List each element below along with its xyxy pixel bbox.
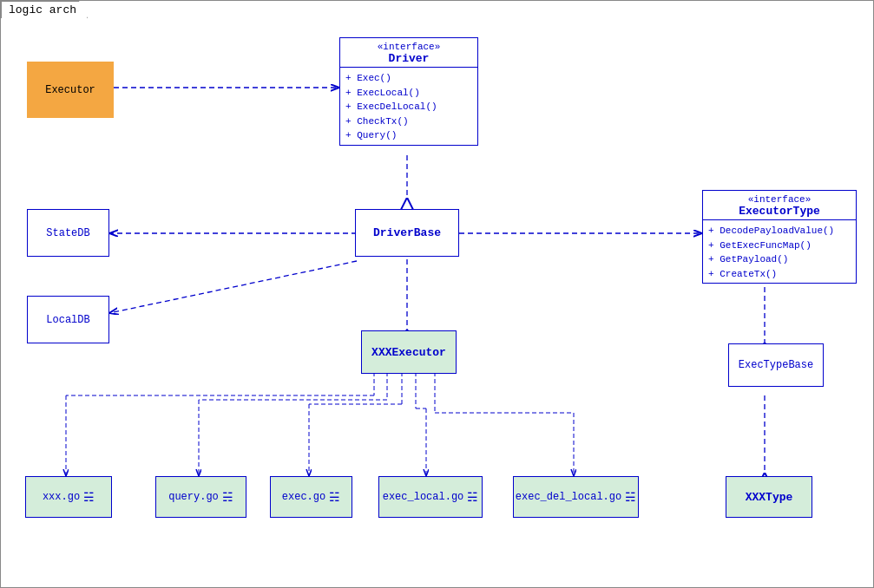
diagram-container: logic arch	[0, 0, 874, 588]
xxx-go-box: xxx.go ☵	[25, 476, 112, 518]
exectypebase-label: ExecTypeBase	[739, 359, 813, 371]
driver-methods: + Exec() + ExecLocal() + ExecDelLocal() …	[340, 69, 477, 145]
executortype-stereotype: «interface»	[706, 194, 852, 205]
exec-del-local-go-label: exec_del_local.go	[516, 491, 621, 503]
localdb-label: LocalDB	[46, 314, 89, 326]
executor-label: Executor	[45, 84, 95, 96]
exec-local-go-box: exec_local.go ☵	[378, 476, 483, 518]
driver-title: Driver	[344, 52, 474, 65]
statedb-label: StateDB	[46, 227, 89, 239]
localdb-box: LocalDB	[27, 296, 109, 343]
executortype-title: ExecutorType	[706, 205, 852, 218]
tab-label: logic arch	[1, 1, 88, 18]
driver-stereotype: «interface»	[344, 42, 474, 52]
xxxexecutor-label: XXXExecutor	[371, 346, 446, 359]
exec-local-go-icon: ☵	[467, 490, 478, 505]
xxxexecutor-box: XXXExecutor	[361, 330, 457, 374]
query-go-box: query.go ☵	[155, 476, 246, 518]
svg-line-4	[109, 261, 357, 313]
executortype-box: «interface» ExecutorType + DecodePayload…	[702, 190, 857, 284]
exec-del-local-go-box: exec_del_local.go ☵	[513, 476, 639, 518]
driverbase-box: DriverBase	[355, 209, 459, 257]
exec-go-label: exec.go	[282, 491, 325, 503]
exec-del-local-go-icon: ☵	[625, 490, 636, 505]
exec-go-icon: ☵	[329, 490, 340, 505]
driver-box: «interface» Driver + Exec() + ExecLocal(…	[339, 37, 478, 146]
exec-go-box: exec.go ☵	[270, 476, 352, 518]
query-go-label: query.go	[168, 491, 219, 503]
xxxtype-box: XXXType	[726, 476, 812, 518]
xxxtype-label: XXXType	[746, 491, 793, 504]
driverbase-label: DriverBase	[373, 226, 441, 239]
executor-box: Executor	[27, 62, 114, 118]
query-go-icon: ☵	[222, 490, 233, 505]
exectypebase-box: ExecTypeBase	[728, 343, 824, 387]
xxx-go-icon: ☵	[83, 490, 95, 505]
statedb-box: StateDB	[27, 209, 109, 257]
xxx-go-label: xxx.go	[43, 491, 80, 503]
exec-local-go-label: exec_local.go	[383, 491, 464, 503]
executortype-methods: + DecodePayloadValue() + GetExecFuncMap(…	[703, 222, 856, 283]
